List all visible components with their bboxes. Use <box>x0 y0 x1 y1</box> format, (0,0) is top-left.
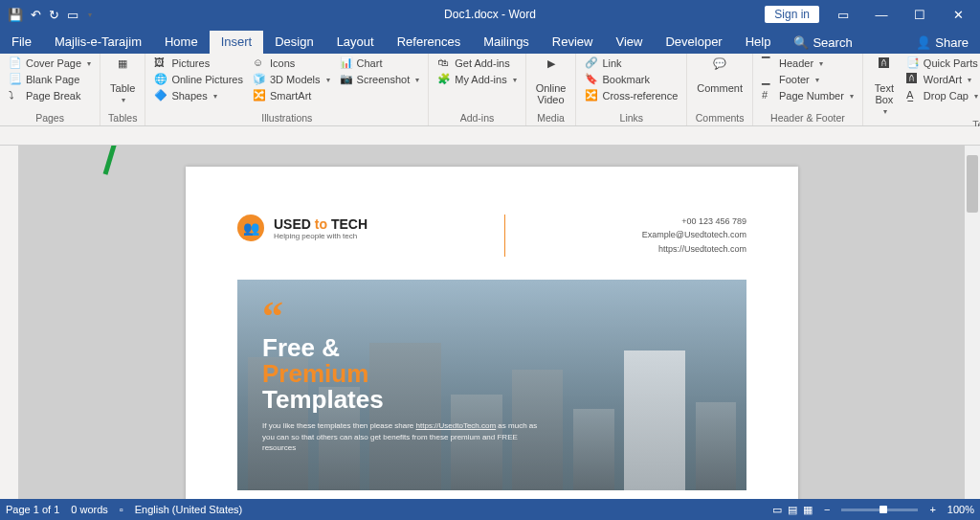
scrollbar-thumb[interactable] <box>967 155 978 213</box>
comment-button[interactable]: 💬 Comment <box>693 56 746 96</box>
search-icon: 🔍 <box>793 35 809 50</box>
status-page[interactable]: Page 1 of 1 <box>6 504 59 515</box>
ribbon-options-icon[interactable]: ▭ <box>829 8 858 22</box>
close-icon[interactable]: ✕ <box>944 8 972 22</box>
group-label: Pages <box>6 111 94 125</box>
view-buttons: ▭ ▤ ▦ <box>772 504 813 516</box>
read-mode-icon[interactable]: ▭ <box>772 504 782 516</box>
contact-block: +00 123 456 789 Example@Usedtotech.com h… <box>642 215 746 256</box>
share-icon: 👤 <box>916 35 931 50</box>
zoom-level[interactable]: 100% <box>947 504 974 515</box>
spell-check-icon[interactable]: ▫ <box>120 504 123 515</box>
tab-insert[interactable]: Insert <box>210 31 264 54</box>
online-pictures-icon: 🌐 <box>154 73 167 86</box>
online-video-button[interactable]: ▶ Online Video <box>532 56 570 107</box>
link-button[interactable]: 🔗Link <box>582 56 680 71</box>
status-words[interactable]: 0 words <box>71 504 108 515</box>
pictures-button[interactable]: 🖼Pictures <box>151 56 246 71</box>
tab-view[interactable]: View <box>604 31 654 54</box>
contact-email: Example@Usedtotech.com <box>642 228 746 241</box>
tab-file[interactable]: File <box>0 31 43 54</box>
icons-button[interactable]: ☺Icons <box>250 56 333 71</box>
qat-dropdown-icon[interactable]: ▾ <box>88 11 92 19</box>
online-pictures-button[interactable]: 🌐Online Pictures <box>151 72 246 87</box>
bookmark-button[interactable]: 🔖Bookmark <box>582 72 680 87</box>
my-addins-button[interactable]: 🧩My Add-ins▾ <box>434 72 519 87</box>
shapes-button[interactable]: 🔷Shapes▾ <box>151 88 246 103</box>
group-media: ▶ Online Video Media <box>526 54 577 125</box>
tab-home[interactable]: Home <box>153 31 210 54</box>
page: 👥 USED to TECH Helping people with tech … <box>186 167 798 499</box>
sign-in-button[interactable]: Sign in <box>765 6 819 23</box>
brand: 👥 USED to TECH Helping people with tech <box>237 215 368 241</box>
group-tables: ▦ Table▾ Tables <box>100 54 145 125</box>
group-text: 🅰 Text Box▾ 📑Quick Parts▾ 🅰WordArt▾ A̲Dr… <box>863 54 980 125</box>
tab-layout[interactable]: Layout <box>325 31 386 54</box>
cover-page-button[interactable]: 📄Cover Page▾ <box>6 56 94 71</box>
undo-icon[interactable]: ↶ <box>31 8 41 22</box>
save-icon[interactable]: 💾 <box>8 8 23 22</box>
drop-cap-button[interactable]: A̲Drop Cap▾ <box>903 88 980 103</box>
page-break-icon: ⤵ <box>9 89 22 102</box>
print-layout-icon[interactable]: ▤ <box>788 504 797 516</box>
get-addins-button[interactable]: 🛍Get Add-ins <box>434 56 519 71</box>
screenshot-button[interactable]: 📷Screenshot▾ <box>337 72 423 87</box>
minimize-icon[interactable]: — <box>867 8 896 22</box>
hero-heading: Free & Premium Templates <box>262 335 549 414</box>
screenshot-icon: 📷 <box>340 73 353 86</box>
blank-page-button[interactable]: 📃Blank Page <box>6 72 94 87</box>
tab-references[interactable]: References <box>386 31 472 54</box>
redo-icon[interactable]: ↻ <box>49 8 59 22</box>
footer-button[interactable]: ▁Footer▾ <box>759 72 857 87</box>
group-links: 🔗Link 🔖Bookmark 🔀Cross-reference Links <box>576 54 687 125</box>
header-icon: ▔ <box>762 57 775 70</box>
wordart-icon: 🅰 <box>906 73 920 86</box>
touch-mode-icon[interactable]: ▭ <box>67 8 78 22</box>
hero-image: “ Free & Premium Templates If you like t… <box>237 280 746 490</box>
quick-parts-icon: 📑 <box>906 57 920 70</box>
cross-reference-button[interactable]: 🔀Cross-reference <box>582 88 680 103</box>
page-number-button[interactable]: #Page Number▾ <box>759 88 857 103</box>
cross-ref-icon: 🔀 <box>585 89 598 102</box>
share-button[interactable]: 👤 Share <box>912 35 980 54</box>
vertical-ruler[interactable] <box>0 146 19 499</box>
smartart-icon: 🔀 <box>253 89 266 102</box>
zoom-in-button[interactable]: + <box>929 504 935 515</box>
chart-button[interactable]: 📊Chart <box>337 56 423 71</box>
tab-mailings[interactable]: Mailings <box>472 31 541 54</box>
contact-phone: +00 123 456 789 <box>642 215 746 228</box>
table-button[interactable]: ▦ Table▾ <box>106 56 139 106</box>
group-pages: 📄Cover Page▾ 📃Blank Page ⤵Page Break Pag… <box>0 54 100 125</box>
ribbon: 📄Cover Page▾ 📃Blank Page ⤵Page Break Pag… <box>0 54 980 126</box>
tab-majlis[interactable]: Majlis-e-Tarajim <box>43 31 153 54</box>
web-layout-icon[interactable]: ▦ <box>803 504 813 516</box>
tell-me-search[interactable]: 🔍 Search <box>782 35 863 54</box>
tab-review[interactable]: Review <box>541 31 605 54</box>
page-break-button[interactable]: ⤵Page Break <box>6 88 94 103</box>
hero-text: “ Free & Premium Templates If you like t… <box>262 308 549 453</box>
smartart-button[interactable]: 🔀SmartArt <box>250 88 333 103</box>
status-language[interactable]: English (United States) <box>135 504 243 515</box>
wordart-button[interactable]: 🅰WordArt▾ <box>903 72 980 87</box>
tab-design[interactable]: Design <box>263 31 324 54</box>
group-label: Comments <box>693 111 746 125</box>
header-button[interactable]: ▔Header▾ <box>759 56 857 71</box>
page-number-icon: # <box>762 89 775 102</box>
group-label: Tables <box>106 111 139 125</box>
document-canvas[interactable]: 👥 USED to TECH Helping people with tech … <box>19 146 965 499</box>
zoom-slider[interactable] <box>841 509 918 511</box>
text-box-button[interactable]: 🅰 Text Box▾ <box>869 56 900 118</box>
horizontal-ruler[interactable] <box>0 126 980 146</box>
tab-developer[interactable]: Developer <box>654 31 733 54</box>
chart-icon: 📊 <box>340 57 353 70</box>
drop-cap-icon: A̲ <box>906 89 920 102</box>
quick-parts-button[interactable]: 📑Quick Parts▾ <box>903 56 980 71</box>
tab-help[interactable]: Help <box>734 31 783 54</box>
document-area: 👥 USED to TECH Helping people with tech … <box>0 146 980 499</box>
3d-models-button[interactable]: 🧊3D Models▾ <box>250 72 333 87</box>
text-box-icon: 🅰 <box>873 57 896 80</box>
maximize-icon[interactable]: ☐ <box>905 8 934 22</box>
comment-icon: 💬 <box>708 57 731 80</box>
vertical-scrollbar[interactable] <box>965 146 980 499</box>
zoom-out-button[interactable]: − <box>824 504 830 515</box>
